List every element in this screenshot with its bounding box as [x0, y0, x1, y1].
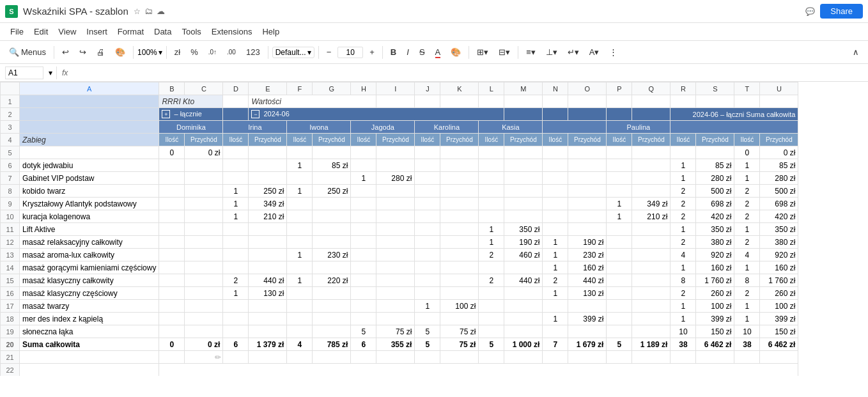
menu-format[interactable]: Format [112, 26, 149, 38]
cell-u12[interactable]: 380 zł [760, 236, 798, 249]
cell-m4[interactable]: Przychód [504, 134, 543, 146]
cell-b15[interactable] [159, 274, 185, 287]
cell-i16[interactable] [376, 287, 415, 300]
cell-m15[interactable]: 440 zł [504, 274, 543, 287]
cell-j13[interactable] [415, 249, 440, 261]
print-button[interactable]: 🖨 [93, 46, 109, 58]
cell-t14[interactable]: 1 [734, 261, 760, 274]
cell-a11[interactable]: Lift Aktive [20, 223, 159, 236]
cell-j3[interactable]: Karolina [415, 121, 479, 134]
dec-decrease-button[interactable]: .00 [223, 47, 240, 57]
cell-i7[interactable]: 280 zł [376, 172, 415, 185]
cell-e1[interactable]: Wartości [249, 95, 376, 108]
cell-q2[interactable] [632, 108, 670, 121]
cell-e5[interactable] [249, 146, 287, 159]
cell-n14[interactable]: 1 [543, 261, 568, 274]
cell-a5[interactable] [20, 146, 159, 159]
cell-f17[interactable] [287, 300, 313, 313]
cell-f14[interactable] [287, 261, 313, 274]
cell-p10[interactable]: 1 [607, 210, 632, 223]
cell-p21[interactable] [607, 351, 632, 364]
cell-d1[interactable] [223, 95, 249, 108]
cell-i5[interactable] [376, 146, 415, 159]
cell-a19[interactable]: słoneczna łąka [20, 325, 159, 338]
col-header-g[interactable]: G [313, 82, 351, 95]
cell-s1[interactable] [696, 95, 734, 108]
menu-extensions[interactable]: Extensions [206, 26, 258, 38]
strikethrough-button[interactable]: S [415, 46, 429, 58]
cell-k20[interactable]: 75 zł [440, 338, 479, 351]
cell-t18[interactable]: 1 [734, 313, 760, 325]
cell-f19[interactable] [287, 325, 313, 338]
cell-e2[interactable]: − 2024-06 [249, 108, 504, 121]
cell-j15[interactable] [415, 274, 440, 287]
cell-r20[interactable]: 38 [670, 338, 696, 351]
cell-b1[interactable]: RRRI Kto [159, 95, 223, 108]
cell-h4[interactable]: Ilość [351, 134, 376, 146]
paint-format-button[interactable]: 🎨 [111, 46, 129, 58]
cell-ref-dropdown[interactable]: ▾ [49, 68, 52, 77]
cell-k10[interactable] [440, 210, 479, 223]
cell-h15[interactable] [351, 274, 376, 287]
cell-j10[interactable] [415, 210, 440, 223]
col-header-f[interactable]: F [287, 82, 313, 95]
cell-k11[interactable] [440, 223, 479, 236]
cell-a18[interactable]: mer des index z kąpielą [20, 313, 159, 325]
cell-k4[interactable]: Przychód [440, 134, 479, 146]
cell-h5[interactable] [351, 146, 376, 159]
col-header-r[interactable]: R [670, 82, 696, 95]
cell-e8[interactable]: 250 zł [249, 185, 287, 198]
cell-u21[interactable] [760, 351, 798, 364]
cell-s13[interactable]: 920 zł [696, 249, 734, 261]
cell-n7[interactable] [543, 172, 568, 185]
cell-a21[interactable] [20, 351, 159, 364]
cell-d10[interactable]: 1 [223, 210, 249, 223]
cell-b13[interactable] [159, 249, 185, 261]
cell-f4[interactable]: Ilość [287, 134, 313, 146]
cell-p8[interactable] [607, 185, 632, 198]
cell-j9[interactable] [415, 198, 440, 210]
cell-p15[interactable] [607, 274, 632, 287]
cell-b2[interactable]: + – łącznie [159, 108, 223, 121]
cell-b3[interactable]: Dominika [159, 121, 223, 134]
col-header-n[interactable]: N [543, 82, 568, 95]
cell-g6[interactable]: 85 zł [313, 159, 351, 172]
halign-button[interactable]: ≡▾ [522, 46, 539, 58]
col-header-q[interactable]: Q [632, 82, 670, 95]
cell-p9[interactable]: 1 [607, 198, 632, 210]
drive-icon[interactable]: 🗂 [144, 6, 153, 16]
cell-n18[interactable]: 1 [543, 313, 568, 325]
cell-h20[interactable]: 6 [351, 338, 376, 351]
cell-s4[interactable]: Przychód [696, 134, 734, 146]
cell-r17[interactable]: 1 [670, 300, 696, 313]
cell-e19[interactable] [249, 325, 287, 338]
text-color-button[interactable]: A [431, 46, 445, 58]
cell-e21[interactable] [249, 351, 287, 364]
cell-n13[interactable]: 1 [543, 249, 568, 261]
cell-b14[interactable] [159, 261, 185, 274]
cell-t8[interactable]: 2 [734, 185, 760, 198]
cell-b20[interactable]: 0 [159, 338, 185, 351]
cell-j16[interactable] [415, 287, 440, 300]
cell-b6[interactable] [159, 159, 185, 172]
cell-k13[interactable] [440, 249, 479, 261]
cell-l17[interactable] [479, 300, 504, 313]
cell-l12[interactable]: 1 [479, 236, 504, 249]
cell-q16[interactable] [632, 287, 670, 300]
cell-t16[interactable]: 2 [734, 287, 760, 300]
cell-q19[interactable] [632, 325, 670, 338]
cell-n12[interactable]: 1 [543, 236, 568, 249]
cell-m2[interactable] [504, 108, 543, 121]
font-size-input[interactable] [337, 47, 363, 58]
cell-u7[interactable]: 280 zł [760, 172, 798, 185]
cell-a20[interactable]: Suma całkowita [20, 338, 159, 351]
cell-h17[interactable] [351, 300, 376, 313]
cell-r16[interactable]: 2 [670, 287, 696, 300]
cell-r11[interactable]: 1 [670, 223, 696, 236]
cell-c10[interactable] [185, 210, 223, 223]
cell-p5[interactable] [607, 146, 632, 159]
cell-n9[interactable] [543, 198, 568, 210]
cell-c20[interactable]: 0 zł [185, 338, 223, 351]
cell-m16[interactable] [504, 287, 543, 300]
cell-n11[interactable] [543, 223, 568, 236]
